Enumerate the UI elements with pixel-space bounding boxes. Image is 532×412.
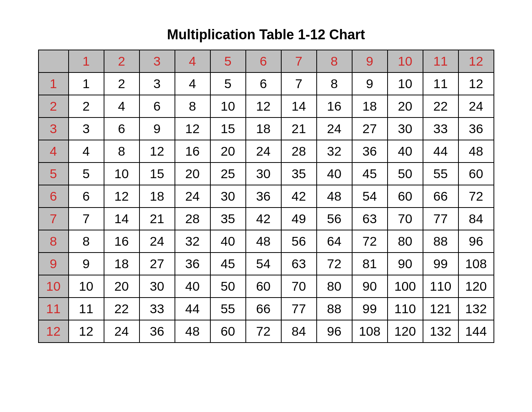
table-cell: 77 [281, 298, 317, 320]
row-header: 10 [38, 275, 69, 298]
table-cell: 21 [139, 208, 175, 230]
col-header: 9 [352, 50, 388, 72]
table-cell: 88 [317, 298, 352, 320]
table-cell: 121 [423, 298, 458, 320]
table-cell: 84 [458, 208, 494, 230]
table-cell: 14 [281, 95, 317, 117]
col-header: 2 [104, 50, 139, 72]
row-header: 5 [38, 163, 69, 185]
table-cell: 20 [104, 275, 139, 298]
corner-cell [38, 50, 69, 72]
col-header: 1 [69, 50, 104, 72]
table-cell: 63 [281, 253, 317, 275]
table-cell: 12 [139, 140, 175, 163]
table-cell: 36 [139, 320, 175, 343]
table-cell: 18 [352, 95, 388, 117]
table-cell: 54 [246, 253, 281, 275]
table-cell: 32 [317, 140, 352, 163]
table-cell: 70 [281, 275, 317, 298]
row-header: 3 [38, 117, 69, 140]
table-row: 11 11 22 33 44 55 66 77 88 99 110 121 13… [38, 298, 494, 320]
table-row: 10 10 20 30 40 50 60 70 80 90 100 110 12… [38, 275, 494, 298]
table-cell: 48 [175, 320, 210, 343]
table-cell: 9 [139, 117, 175, 140]
table-cell: 10 [388, 72, 423, 95]
table-cell: 14 [104, 208, 139, 230]
table-row: 2 2 4 6 8 10 12 14 16 18 20 22 24 [38, 95, 494, 117]
table-cell: 36 [352, 140, 388, 163]
col-header: 10 [388, 50, 423, 72]
table-cell: 2 [104, 72, 139, 95]
table-cell: 9 [352, 72, 388, 95]
table-cell: 12 [246, 95, 281, 117]
table-cell: 80 [388, 230, 423, 253]
table-cell: 6 [246, 72, 281, 95]
table-cell: 96 [317, 320, 352, 343]
table-cell: 6 [139, 95, 175, 117]
table-row: 1 1 2 3 4 5 6 7 8 9 10 11 12 [38, 72, 494, 95]
table-cell: 12 [458, 72, 494, 95]
table-cell: 64 [317, 230, 352, 253]
table-cell: 30 [139, 275, 175, 298]
table-cell: 90 [388, 253, 423, 275]
page-title: Multiplication Table 1-12 Chart [167, 27, 365, 43]
table-cell: 20 [388, 95, 423, 117]
table-cell: 20 [175, 163, 210, 185]
table-cell: 33 [139, 298, 175, 320]
row-header: 1 [38, 72, 69, 95]
table-cell: 99 [423, 253, 458, 275]
table-cell: 16 [317, 95, 352, 117]
table-cell: 48 [458, 140, 494, 163]
table-cell: 1 [69, 72, 104, 95]
table-cell: 49 [281, 208, 317, 230]
table-cell: 72 [352, 230, 388, 253]
table-cell: 120 [458, 275, 494, 298]
table-cell: 35 [281, 163, 317, 185]
row-header: 9 [38, 253, 69, 275]
table-cell: 56 [281, 230, 317, 253]
table-cell: 99 [352, 298, 388, 320]
table-body: 1 2 3 4 5 6 7 8 9 10 11 12 1 1 2 3 4 5 6… [38, 50, 494, 343]
table-cell: 32 [175, 230, 210, 253]
table-cell: 72 [246, 320, 281, 343]
table-cell: 18 [139, 185, 175, 208]
col-header: 4 [175, 50, 210, 72]
table-cell: 108 [352, 320, 388, 343]
col-header: 11 [423, 50, 458, 72]
table-cell: 36 [458, 117, 494, 140]
table-cell: 100 [388, 275, 423, 298]
row-header: 7 [38, 208, 69, 230]
table-cell: 3 [139, 72, 175, 95]
table-cell: 7 [281, 72, 317, 95]
table-cell: 30 [246, 163, 281, 185]
table-cell: 24 [139, 230, 175, 253]
col-header: 8 [317, 50, 352, 72]
table-cell: 25 [210, 163, 246, 185]
table-cell: 45 [210, 253, 246, 275]
table-cell: 2 [69, 95, 104, 117]
table-cell: 22 [423, 95, 458, 117]
table-cell: 4 [69, 140, 104, 163]
table-cell: 72 [317, 253, 352, 275]
table-cell: 10 [210, 95, 246, 117]
table-cell: 40 [210, 230, 246, 253]
table-cell: 50 [388, 163, 423, 185]
table-cell: 18 [246, 117, 281, 140]
row-header: 12 [38, 320, 69, 343]
multiplication-table: 1 2 3 4 5 6 7 8 9 10 11 12 1 1 2 3 4 5 6… [38, 50, 494, 343]
table-cell: 24 [104, 320, 139, 343]
table-cell: 3 [69, 117, 104, 140]
table-cell: 8 [317, 72, 352, 95]
table-cell: 8 [175, 95, 210, 117]
table-cell: 12 [104, 185, 139, 208]
table-header-row: 1 2 3 4 5 6 7 8 9 10 11 12 [38, 50, 494, 72]
table-cell: 21 [281, 117, 317, 140]
table-cell: 40 [388, 140, 423, 163]
table-cell: 4 [175, 72, 210, 95]
table-cell: 42 [281, 185, 317, 208]
table-cell: 8 [69, 230, 104, 253]
table-cell: 11 [69, 298, 104, 320]
table-cell: 81 [352, 253, 388, 275]
table-cell: 42 [246, 208, 281, 230]
table-cell: 88 [423, 230, 458, 253]
